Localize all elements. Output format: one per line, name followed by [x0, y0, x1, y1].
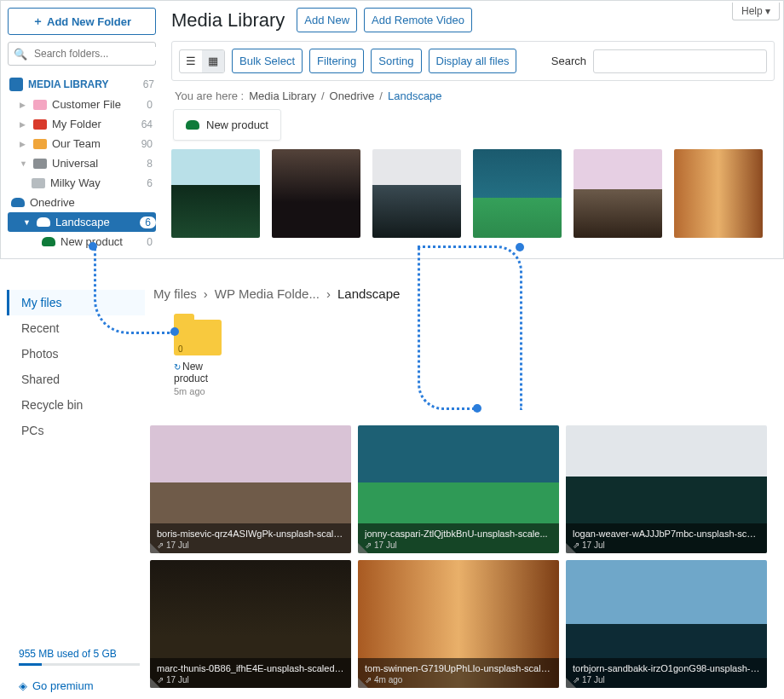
file-tile[interactable]: marc-thunis-0B86_ifhE4E-unsplash-scaled-…	[150, 560, 351, 688]
file-tile[interactable]: jonny-caspari-ZtlQjtbkBnU-unsplash-scale…	[358, 425, 559, 553]
share-icon: ⇗	[365, 675, 372, 685]
media-thumbnail[interactable]	[372, 149, 461, 238]
nav-my-files[interactable]: My files	[7, 290, 145, 315]
sync-icon: ↻	[174, 362, 181, 372]
file-tile[interactable]: tom-swinnen-G719UpPhLIo-unsplash-scaled-…	[358, 560, 559, 688]
folder-icon	[33, 119, 47, 130]
onedrive-breadcrumb: My files › WP Media Folde... › Landscape	[153, 286, 779, 301]
sidebar-item-my-folder[interactable]: ▶My Folder 64	[8, 114, 156, 134]
breadcrumb: You are here : Media Library/ Onedrive/ …	[175, 90, 771, 102]
onedrive-app: My files Recent Photos Shared Recycle bi…	[0, 283, 784, 699]
sidebar-item-universal[interactable]: ▼Universal 8	[8, 153, 156, 173]
sidebar: ＋ Add New Folder 🔍 MEDIA LIBRARY 67 ▶Cus…	[1, 1, 163, 258]
nav-pcs[interactable]: PCs	[7, 418, 145, 443]
search-folders-input[interactable]	[32, 47, 164, 61]
share-icon: ⇗	[573, 675, 579, 685]
file-tile[interactable]: boris-misevic-qrz4ASIWgPk-unsplash-scale…	[150, 425, 351, 553]
thumbnail-grid	[171, 149, 775, 238]
cloud-icon	[11, 198, 25, 207]
breadcrumb-link[interactable]: Media Library	[249, 90, 316, 102]
media-thumbnail[interactable]	[574, 149, 662, 238]
add-new-button[interactable]: Add New	[297, 8, 357, 32]
grid-view-button[interactable]: ▦	[202, 50, 224, 72]
cloud-icon	[42, 237, 55, 246]
media-thumbnail[interactable]	[171, 149, 260, 238]
add-remote-video-button[interactable]: Add Remote Video	[364, 8, 472, 32]
folder-icon	[33, 139, 47, 149]
sidebar-item-milky-way[interactable]: Milky Way 6	[8, 173, 156, 193]
quota-link[interactable]: 955 MB used of 5 GB	[19, 648, 117, 660]
root-count: 67	[143, 78, 154, 90]
add-folder-button[interactable]: ＋ Add New Folder	[8, 8, 156, 35]
quota-bar	[19, 663, 140, 666]
search-folders-input-wrap[interactable]: 🔍	[8, 42, 156, 66]
breadcrumb-link[interactable]: My files	[153, 286, 197, 301]
go-premium-link[interactable]: ◈ Go premium	[19, 679, 140, 692]
onedrive-sidebar: My files Recent Photos Shared Recycle bi…	[0, 283, 145, 699]
media-thumbnail[interactable]	[272, 149, 360, 238]
toolbar: ☰ ▦ Bulk Select Filtering Sorting Displa…	[171, 41, 775, 81]
folder-icon: 0	[174, 320, 222, 355]
media-thumbnail[interactable]	[674, 149, 763, 238]
breadcrumb-current: Landscape	[388, 90, 442, 102]
folder-icon	[33, 159, 47, 169]
folder-new-product[interactable]: 0 ↻New product 5m ago	[174, 320, 233, 396]
view-toggle: ☰ ▦	[179, 49, 225, 73]
sorting-button[interactable]: Sorting	[371, 49, 421, 73]
chevron-right-icon: ›	[326, 286, 331, 301]
media-thumbnail[interactable]	[473, 149, 562, 238]
onedrive-main: My files › WP Media Folde... › Landscape…	[145, 283, 784, 699]
sidebar-footer: 955 MB used of 5 GB ◈ Go premium Get 1 T…	[7, 648, 145, 699]
folder-chip-new-product[interactable]: New product	[173, 109, 281, 141]
share-icon: ⇗	[365, 540, 372, 550]
main-panel: Help ▾ Media Library Add New Add Remote …	[163, 1, 783, 258]
folder-icon	[33, 100, 47, 110]
page-title: Media Library	[171, 9, 285, 32]
media-library-app: ＋ Add New Folder 🔍 MEDIA LIBRARY 67 ▶Cus…	[0, 0, 784, 259]
folder-icon	[32, 178, 45, 188]
library-icon	[9, 78, 23, 91]
breadcrumb-link[interactable]: Onedrive	[330, 90, 375, 102]
sidebar-item-customer-file[interactable]: ▶Customer File 0	[8, 95, 156, 114]
search-label: Search	[551, 55, 586, 67]
nav-recycle-bin[interactable]: Recycle bin	[7, 392, 145, 418]
bulk-select-button[interactable]: Bulk Select	[232, 49, 303, 73]
breadcrumb-current: Landscape	[337, 286, 400, 301]
share-icon: ⇗	[573, 540, 579, 550]
nav-photos[interactable]: Photos	[7, 341, 145, 367]
add-folder-label: Add New Folder	[47, 15, 131, 28]
breadcrumb-link[interactable]: WP Media Folde...	[215, 286, 320, 301]
nav-shared[interactable]: Shared	[7, 367, 145, 392]
share-icon: ⇗	[157, 675, 164, 685]
sidebar-item-onedrive[interactable]: Onedrive	[8, 193, 156, 212]
search-icon: 🔍	[14, 48, 27, 61]
help-button[interactable]: Help ▾	[732, 3, 780, 20]
sidebar-root-media-library[interactable]: MEDIA LIBRARY 67	[8, 74, 156, 95]
sidebar-item-our-team[interactable]: ▶Our Team 90	[8, 134, 156, 153]
sidebar-item-new-product[interactable]: New product 0	[8, 232, 156, 251]
cloud-icon	[186, 120, 199, 130]
diamond-icon: ◈	[19, 679, 27, 692]
display-all-button[interactable]: Display all files	[429, 49, 517, 73]
filtering-button[interactable]: Filtering	[309, 49, 364, 73]
file-grid: boris-misevic-qrz4ASIWgPk-unsplash-scale…	[150, 425, 779, 688]
chevron-down-icon: ▼	[20, 159, 28, 168]
nav-recent[interactable]: Recent	[7, 315, 145, 341]
cloud-icon	[37, 217, 50, 227]
root-label: MEDIA LIBRARY	[28, 78, 108, 90]
sidebar-item-landscape[interactable]: ▼Landscape 6	[8, 212, 156, 232]
media-search-input[interactable]	[593, 49, 767, 73]
share-icon: ⇗	[157, 540, 164, 550]
file-tile[interactable]: torbjorn-sandbakk-irzO1gonG98-unsplash-s…	[566, 560, 767, 688]
file-tile[interactable]: logan-weaver-wAJJJbP7mbc-unsplash-scaled…	[566, 425, 767, 553]
chevron-right-icon: ›	[204, 286, 208, 301]
plus-icon: ＋	[32, 14, 43, 29]
chevron-right-icon: ▶	[20, 101, 28, 109]
list-view-button[interactable]: ☰	[180, 50, 202, 72]
